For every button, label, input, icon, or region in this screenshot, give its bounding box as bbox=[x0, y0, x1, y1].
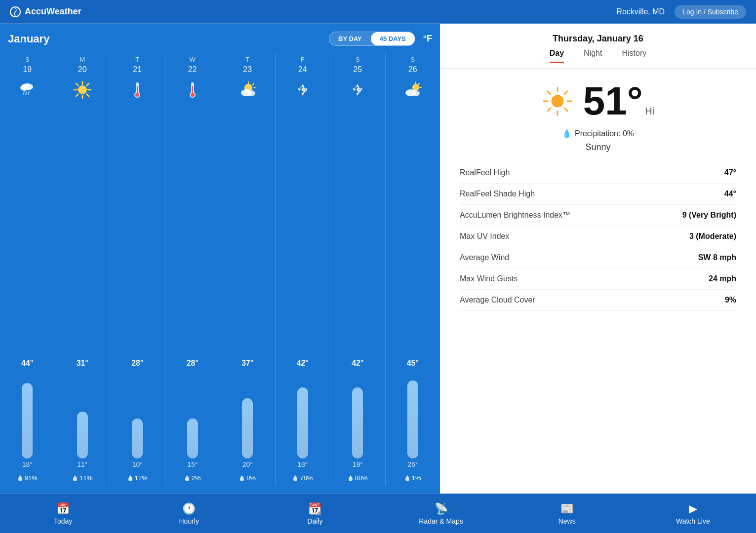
temp-section: 28° 15° bbox=[167, 105, 218, 470]
precip-drop-icon: 💧 bbox=[562, 129, 572, 138]
tab-day[interactable]: Day bbox=[550, 49, 564, 63]
day-name: M bbox=[80, 56, 85, 63]
nav-icon: 🕐 bbox=[182, 502, 196, 515]
lo-temp: 18° bbox=[297, 460, 308, 468]
detail-tabs: Day Night History bbox=[440, 44, 756, 69]
nav-label: News bbox=[558, 517, 576, 525]
precip-text: Precipitation: 0% bbox=[575, 129, 634, 138]
svg-rect-21 bbox=[192, 86, 193, 93]
current-weather: 51° Hi bbox=[460, 78, 736, 124]
hi-temp: 45° bbox=[407, 359, 419, 368]
nav-label: Hourly bbox=[179, 517, 199, 525]
temp-bar-container bbox=[351, 370, 364, 458]
detail-stat-2: AccuLumen Brightness Index™ 9 (Very Brig… bbox=[460, 205, 736, 226]
svg-line-50 bbox=[564, 91, 567, 94]
lo-temp: 18° bbox=[22, 460, 33, 468]
precip-icon bbox=[404, 475, 410, 482]
nav-label: Daily bbox=[307, 517, 322, 525]
svg-line-40 bbox=[418, 83, 419, 84]
precip-icon bbox=[292, 475, 298, 482]
precip-row: 💧 Precipitation: 0% bbox=[460, 129, 736, 138]
hi-temp: 31° bbox=[77, 359, 88, 368]
header-location: Rockville, MD bbox=[616, 7, 665, 16]
temp-bar bbox=[242, 398, 253, 458]
svg-line-3 bbox=[23, 92, 24, 95]
nav-item-radar-&-maps[interactable]: 📡 Radar & Maps bbox=[411, 502, 471, 525]
nav-item-daily[interactable]: 📆 Daily bbox=[285, 502, 345, 525]
stat-value: SW 8 mph bbox=[698, 253, 736, 262]
stat-value: 9 (Very Bright) bbox=[682, 211, 736, 220]
day-col-22[interactable]: W 22 28° 15° 2% bbox=[165, 52, 221, 486]
day-col-25[interactable]: S 25 42° 19° 80% bbox=[330, 52, 386, 486]
unit-label: °F bbox=[423, 34, 432, 44]
lo-temp: 26° bbox=[407, 460, 418, 468]
day-col-20[interactable]: M 20 31° 11° 11% bbox=[55, 52, 111, 486]
weather-icon bbox=[17, 79, 37, 101]
temp-section: 28° 10° bbox=[112, 105, 163, 470]
svg-line-51 bbox=[548, 108, 551, 111]
stat-label: Average Cloud Cover bbox=[460, 296, 535, 305]
stat-value: 24 mph bbox=[709, 274, 736, 283]
precip-indicator: 11% bbox=[72, 474, 92, 482]
day-name: T bbox=[135, 56, 139, 63]
temp-section: 37° 20° bbox=[222, 105, 273, 470]
precip-icon bbox=[239, 475, 245, 482]
nav-icon: 📆 bbox=[308, 502, 321, 515]
day-col-23[interactable]: T 23 37° 20° 0% bbox=[220, 52, 276, 486]
svg-marker-34 bbox=[356, 93, 359, 96]
stat-label: Max UV Index bbox=[460, 232, 509, 241]
tab-night[interactable]: Night bbox=[584, 49, 602, 63]
nav-item-news[interactable]: 📰 News bbox=[537, 502, 597, 525]
day-col-26[interactable]: S 26 45° 26° 1% bbox=[386, 52, 440, 486]
precip-indicator: 1% bbox=[404, 474, 421, 482]
detail-stat-0: RealFeel High 47° bbox=[460, 162, 736, 184]
by-day-button[interactable]: BY DAY bbox=[329, 32, 371, 45]
sun-icon bbox=[542, 85, 573, 117]
svg-line-48 bbox=[548, 91, 551, 94]
day-number: 25 bbox=[353, 65, 362, 74]
temp-section: 44° 18° bbox=[2, 105, 53, 470]
precip-indicator: 12% bbox=[127, 474, 148, 482]
svg-point-18 bbox=[135, 93, 139, 97]
temp-bar-container bbox=[296, 370, 310, 458]
day-name: S bbox=[410, 56, 415, 63]
condition-text: Sunny bbox=[460, 142, 736, 152]
day-col-21[interactable]: T 21 28° 10° 12% bbox=[110, 52, 165, 486]
temp-bar-container bbox=[240, 370, 254, 458]
temp-bar-container bbox=[406, 370, 420, 458]
login-button[interactable]: Log In / Subscribe bbox=[675, 5, 746, 19]
day-number: 20 bbox=[78, 65, 87, 74]
nav-item-watch-live[interactable]: ▶ Watch Live bbox=[663, 502, 722, 525]
calendar-panel: January BY DAY 45 DAYS °F S 19 44° 18° bbox=[0, 24, 440, 494]
nav-label: Watch Live bbox=[676, 517, 710, 525]
day-number: 19 bbox=[23, 65, 32, 74]
temp-bar-container bbox=[130, 370, 144, 458]
nav-item-hourly[interactable]: 🕐 Hourly bbox=[159, 502, 219, 525]
day-col-24[interactable]: F 24 42° 18° 78% bbox=[276, 52, 331, 486]
precip-indicator: 80% bbox=[348, 474, 368, 482]
temp-section: 42° 19° bbox=[332, 105, 383, 470]
weather-icon bbox=[348, 79, 367, 101]
view-toggle[interactable]: BY DAY 45 DAYS bbox=[329, 32, 415, 46]
detail-stat-3: Max UV Index 3 (Moderate) bbox=[460, 226, 736, 247]
stat-value: 47° bbox=[724, 168, 736, 177]
svg-point-28 bbox=[247, 90, 255, 96]
day-name: W bbox=[190, 56, 196, 63]
days-grid: S 19 44° 18° 91% M 20 bbox=[0, 52, 440, 486]
temp-bar bbox=[187, 419, 198, 458]
nav-label: Radar & Maps bbox=[419, 517, 463, 525]
nav-item-today[interactable]: 📅 Today bbox=[34, 502, 93, 525]
45-days-button[interactable]: 45 DAYS bbox=[371, 32, 415, 45]
stat-value: 3 (Moderate) bbox=[689, 232, 736, 241]
temp-bar bbox=[77, 412, 88, 458]
stat-label: Max Wind Gusts bbox=[460, 274, 517, 283]
stat-label: RealFeel High bbox=[460, 168, 510, 177]
tab-history[interactable]: History bbox=[622, 49, 646, 63]
nav-icon: 📰 bbox=[560, 502, 574, 515]
weather-icon bbox=[293, 79, 313, 101]
lo-temp: 10° bbox=[132, 460, 143, 468]
temp-section: 45° 26° bbox=[388, 105, 438, 470]
day-number: 24 bbox=[298, 65, 307, 74]
day-col-19[interactable]: S 19 44° 18° 91% bbox=[0, 52, 55, 486]
svg-line-12 bbox=[86, 94, 89, 97]
